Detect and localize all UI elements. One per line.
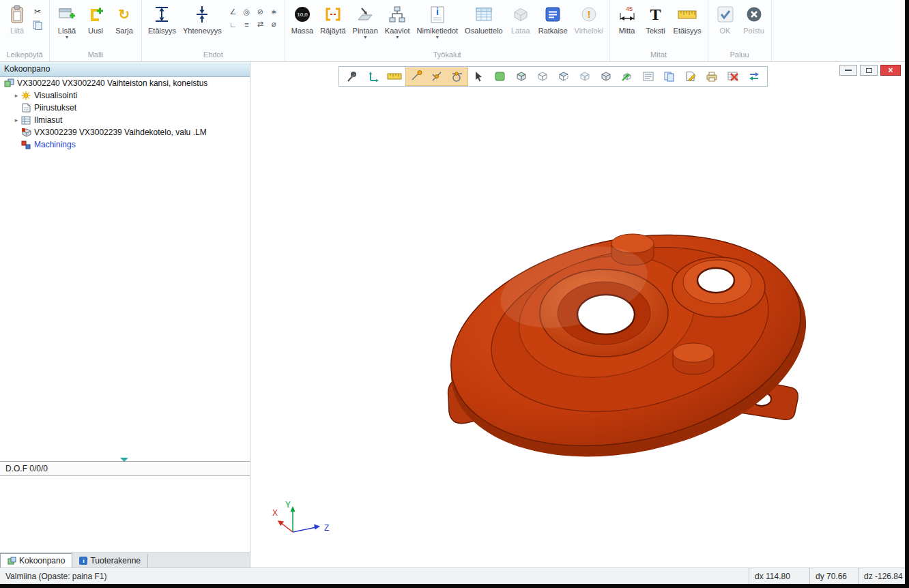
- measure-label: Mitta: [619, 27, 635, 35]
- splitter-grip[interactable]: [120, 458, 128, 462]
- paste-button[interactable]: Liitä: [3, 1, 31, 35]
- machinings-icon: [20, 140, 31, 149]
- chevron-down-icon: ▾: [396, 35, 399, 40]
- mass-icon: 10,0: [295, 3, 310, 25]
- error-log-button[interactable]: ! Virheloki: [571, 1, 607, 35]
- text-button[interactable]: T Teksti: [641, 1, 670, 35]
- mass-button[interactable]: 10,0 Massa: [288, 1, 317, 35]
- diagrams-button[interactable]: Kaaviot ▾: [381, 1, 414, 40]
- expand-icon[interactable]: ▸: [12, 92, 20, 99]
- status-message: Valmiina (Opaste: paina F1): [0, 572, 749, 581]
- paste-icon: [9, 3, 25, 25]
- svg-text:i: i: [436, 6, 439, 17]
- ribbon-group-malli: Lisää ▾ Uusi ↻ Sarja Malli: [50, 0, 142, 61]
- align-constraint-icon[interactable]: ≡: [240, 18, 253, 30]
- panel-title: Kokoonpano: [0, 62, 250, 77]
- chevron-down-icon: ▾: [66, 35, 68, 40]
- item-info-icon: i: [430, 3, 445, 25]
- exit-icon: [746, 3, 762, 25]
- bom-button[interactable]: Osaluettelo: [461, 1, 506, 35]
- panel-empty-area: [0, 476, 250, 553]
- svg-text:!: !: [587, 9, 590, 20]
- solve-button[interactable]: Ratkaise: [535, 1, 571, 35]
- to-surface-button[interactable]: Pintaan ▾: [349, 1, 381, 40]
- parallel-constraint-icon[interactable]: ⇄: [254, 18, 267, 30]
- mass-label: Massa: [291, 27, 313, 35]
- tree-row-visualization[interactable]: ▸ Visualisointi: [0, 89, 250, 102]
- tree-row-label: VX3002240 VX3002240 Vaihteiston kansi, k…: [17, 78, 207, 88]
- tab-kokoonpano[interactable]: Kokoonpano: [0, 553, 72, 568]
- status-dy: dy 70.66: [809, 568, 858, 584]
- text-label: Teksti: [646, 27, 665, 35]
- part-icon: [20, 128, 31, 137]
- group-label-leikepoyta: Leikepöytä: [3, 49, 46, 61]
- series-icon: ↻: [119, 3, 130, 25]
- add-button[interactable]: Lisää ▾: [53, 1, 81, 40]
- to-surface-icon: [356, 3, 374, 25]
- copy-icon[interactable]: [31, 19, 44, 31]
- tree-row-part[interactable]: VX3002239 VX3002239 Vaihdekotelo, valu .…: [0, 126, 250, 138]
- tangent-constraint-icon[interactable]: ⊘: [254, 6, 267, 18]
- status-dz: dz -126.84: [858, 568, 905, 584]
- concentric-constraint-icon[interactable]: ◎: [240, 6, 253, 18]
- drawings-icon: [20, 103, 31, 113]
- group-label-malli: Malli: [53, 49, 139, 61]
- tree-row-appearances[interactable]: ▸ Ilmiasut: [0, 114, 250, 126]
- explode-icon: [324, 3, 342, 25]
- measure-icon: 45: [618, 3, 637, 25]
- svg-text:Y: Y: [285, 500, 291, 510]
- gearbox-cover-model[interactable]: [253, 62, 905, 568]
- explode-label: Räjäytä: [320, 27, 345, 35]
- clipboard-mini-buttons: ✂: [31, 5, 44, 31]
- tree-row-label: Machinings: [34, 140, 76, 149]
- expand-icon[interactable]: ▸: [12, 117, 20, 123]
- diameter-constraint-icon[interactable]: ⌀: [268, 18, 280, 30]
- info-icon: i: [79, 557, 87, 565]
- svg-text:X: X: [272, 508, 278, 518]
- cut-icon[interactable]: ✂: [31, 5, 44, 17]
- load-label: Lataa: [511, 27, 530, 35]
- ribbon-group-paluu: OK Poistu Paluu: [708, 0, 772, 61]
- mass-badge: 10,0: [295, 7, 310, 22]
- measure-button[interactable]: 45 Mitta: [613, 1, 641, 35]
- new-label: Uusi: [88, 27, 103, 35]
- assembly-panel: Kokoonpano VX3002240 VX3002240 Vaihteist…: [0, 62, 250, 568]
- distance-constraint-button[interactable]: Etäisyys: [145, 1, 179, 35]
- distance-measure-label: Etäisyys: [674, 27, 702, 35]
- dof-bar: D.O.F 0/0/0: [0, 461, 250, 476]
- symmetry-constraint-icon[interactable]: ∗: [268, 6, 280, 18]
- load-button[interactable]: Lataa: [506, 1, 535, 35]
- dof-value: D.O.F 0/0/0: [5, 464, 48, 473]
- ribbon-group-leikepoyta: Liitä ✂ Leikepöytä: [0, 0, 50, 61]
- angle-constraint-icon[interactable]: ∠: [227, 6, 240, 18]
- constraint-icon-grid: ∠ ◎ ⊘ ∗ ∟ ≡ ⇄ ⌀: [227, 6, 280, 30]
- status-dx: dx 114.80: [749, 568, 809, 584]
- distance-measure-button[interactable]: Etäisyys: [670, 1, 705, 35]
- ribbon: Liitä ✂ Leikepöytä Lisää ▾: [0, 0, 905, 62]
- coincidence-button[interactable]: Yhtenevyys: [179, 1, 225, 35]
- new-button[interactable]: Uusi: [81, 1, 110, 35]
- ok-icon: [717, 3, 734, 25]
- tree-row-drawings[interactable]: Piirustukset: [0, 102, 250, 114]
- error-log-icon: !: [581, 3, 597, 25]
- coincidence-label: Yhtenevyys: [183, 27, 222, 35]
- solve-label: Ratkaise: [538, 27, 568, 35]
- ok-label: OK: [720, 27, 731, 35]
- visualization-icon: [20, 91, 31, 100]
- distance-constraint-label: Etäisyys: [148, 27, 176, 35]
- tree-row-machinings[interactable]: Machinings: [0, 138, 250, 151]
- explode-button[interactable]: Räjäytä: [317, 1, 349, 35]
- series-label: Sarja: [115, 27, 133, 35]
- tree-row-root[interactable]: VX3002240 VX3002240 Vaihteiston kansi, k…: [0, 77, 250, 89]
- paste-label: Liitä: [10, 27, 24, 35]
- ok-button[interactable]: OK: [711, 1, 740, 35]
- tab-tuoterakenne[interactable]: i Tuoterakenne: [72, 554, 148, 568]
- exit-button[interactable]: Poistu: [740, 1, 768, 35]
- perpendicular-constraint-icon[interactable]: ∟: [227, 18, 240, 30]
- ribbon-group-ehdot: Etäisyys Yhtenevyys ∠ ◎ ⊘ ∗ ∟ ≡ ⇄ ⌀: [142, 0, 285, 61]
- item-info-button[interactable]: i Nimiketiedot ▾: [414, 1, 462, 40]
- group-label-paluu: Paluu: [711, 49, 768, 61]
- model-viewport[interactable]: ×: [253, 62, 905, 568]
- status-bar: Valmiina (Opaste: paina F1) dx 114.80 dy…: [0, 568, 905, 584]
- series-button[interactable]: ↻ Sarja: [110, 1, 139, 35]
